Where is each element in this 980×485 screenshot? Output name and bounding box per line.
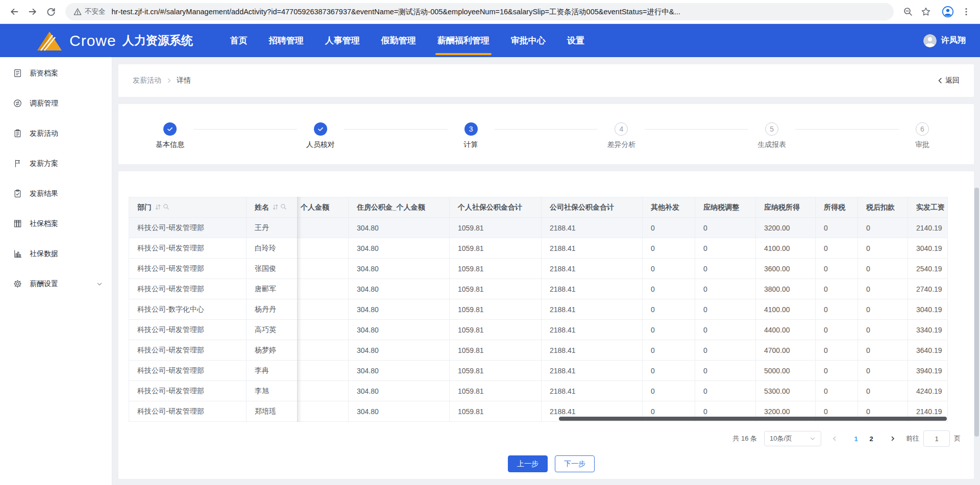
cell: 2188.41 [542,279,643,299]
nav-item-5[interactable]: 薪酬福利管理 [435,24,492,57]
step-label: 基本信息 [156,140,184,149]
nav-item-1[interactable]: 首页 [228,24,250,57]
sidebar-item-5[interactable]: 发薪结果 [0,178,112,209]
salary-table: 部门姓名个人金额住房公积金_个人金额个人社保公积金合计公司社保公积金合计其他补发… [129,197,948,422]
circle-arrows-icon [13,99,22,108]
brand-name: Crowe [69,32,116,49]
horizontal-scrollbar[interactable] [559,417,947,421]
column-search-icon[interactable] [163,203,169,210]
cell: 2188.41 [542,320,643,340]
star-icon[interactable] [921,7,931,17]
sidebar-item-6[interactable]: 社保档案 [0,209,112,239]
url-bar[interactable]: 不安全 hr-test.zjf-it.cn/#/salaryManagement… [65,3,894,20]
step-circle-2 [314,122,327,136]
cell: 0 [816,299,858,320]
cell: 304.80 [349,401,450,422]
cell [298,238,349,259]
breadcrumb-item-activity[interactable]: 发薪活动 [133,76,161,85]
cell: 5300.00 [756,381,816,401]
cell [298,381,349,401]
nav-item-3[interactable]: 人事管理 [323,24,362,57]
nav-item-6[interactable]: 审批中心 [509,24,548,57]
cell: 高巧英 [247,320,298,340]
nav-item-4[interactable]: 假勤管理 [379,24,418,57]
prev-page-icon[interactable] [828,436,841,442]
cell: 3600.00 [756,259,816,279]
cell: 4700.00 [756,340,816,361]
cell: 李旭 [247,381,298,401]
column-search-icon[interactable] [280,203,287,210]
cell [298,259,349,279]
profile-icon[interactable] [942,6,954,18]
step-4: 4差异分析 [598,122,645,149]
cell: 0 [643,238,695,259]
cell: 0 [643,299,695,320]
security-label: 不安全 [85,7,106,16]
sidebar-item-8[interactable]: 薪酬设置 [0,269,112,299]
sidebar-item-1[interactable]: 薪资档案 [0,58,112,88]
forward-icon[interactable] [23,3,42,21]
sidebar-item-4[interactable]: 发薪方案 [0,148,112,178]
cell: 304.80 [349,361,450,381]
col-header-11: 税后扣款 [858,197,908,218]
app-title: 人力资源系统 [122,33,193,48]
sidebar-item-label: 薪资档案 [30,69,58,78]
step-circle-3: 3 [464,122,478,136]
back-icon[interactable] [5,3,23,21]
cell: 0 [858,299,908,320]
sidebar-item-label: 调薪管理 [30,99,58,108]
zoom-out-icon[interactable] [903,7,913,17]
brand-logo[interactable]: Crowe 人力资源系统 [36,30,193,52]
bar-chart-icon [13,249,22,259]
cell: 0 [695,381,756,401]
table-card: 部门姓名个人金额住房公积金_个人金额个人社保公积金合计公司社保公积金合计其他补发… [118,171,974,479]
col-header-3: 个人金额 [298,197,349,218]
breadcrumb-card: 发薪活动 详情 返回 [118,64,974,97]
col-header-2[interactable]: 姓名 [247,197,298,218]
cell: 白玲玲 [247,238,298,259]
col-header-1[interactable]: 部门 [129,197,247,218]
table-row: 科技公司-研发管理部李冉304.801059.812188.41005000.0… [129,361,948,381]
sidebar-item-2[interactable]: 调薪管理 [0,88,112,118]
sort-icon[interactable] [155,203,161,211]
sidebar-item-3[interactable]: 发薪活动 [0,118,112,148]
page-number-1[interactable]: 1 [849,435,863,443]
screen: 不安全 hr-test.zjf-it.cn/#/salaryManagement… [0,0,980,485]
step-label: 生成报表 [757,140,786,149]
sidebar-item-label: 发薪结果 [30,189,58,198]
col-header-12: 实发工资 [908,197,948,218]
vertical-scrollbar[interactable] [974,188,979,437]
nav-item-7[interactable]: 设置 [565,24,586,57]
cell: 4100.00 [756,238,816,259]
cell: 0 [816,381,858,401]
cell: 唐郦军 [247,279,298,299]
next-step-button[interactable]: 下一步 [555,455,595,472]
next-page-icon[interactable] [887,436,899,442]
col-label: 公司社保公积金合计 [550,203,614,211]
cell: 1059.81 [450,340,542,361]
back-button[interactable]: 返回 [937,76,960,85]
page-number-2[interactable]: 2 [864,435,878,443]
header-icons [155,203,169,211]
nav-item-2[interactable]: 招聘管理 [267,24,306,57]
cell: 科技公司-研发管理部 [129,340,247,361]
page-size-select[interactable]: 10条/页 [764,431,821,446]
sort-icon[interactable] [272,203,279,211]
refresh-icon[interactable] [42,3,60,21]
goto-page-input[interactable] [923,430,950,447]
cell: 0 [695,320,756,340]
user-menu[interactable]: 许凤翔 [923,34,966,47]
table-row: 科技公司-研发管理部李旭304.801059.812188.41005300.0… [129,381,948,401]
total-count: 共 16 条 [732,434,757,443]
col-header-5: 个人社保公积金合计 [450,197,542,218]
col-label: 应纳税所得 [764,203,800,211]
security-indicator[interactable]: 不安全 [74,7,106,16]
step-connector [193,129,297,130]
prev-step-button[interactable]: 上一步 [508,455,548,472]
cell [298,320,349,340]
kebab-icon[interactable] [962,7,971,16]
cell: 2188.41 [542,259,643,279]
sidebar-item-7[interactable]: 社保数据 [0,239,112,269]
flag-icon [13,159,22,168]
step-connector [344,129,448,130]
